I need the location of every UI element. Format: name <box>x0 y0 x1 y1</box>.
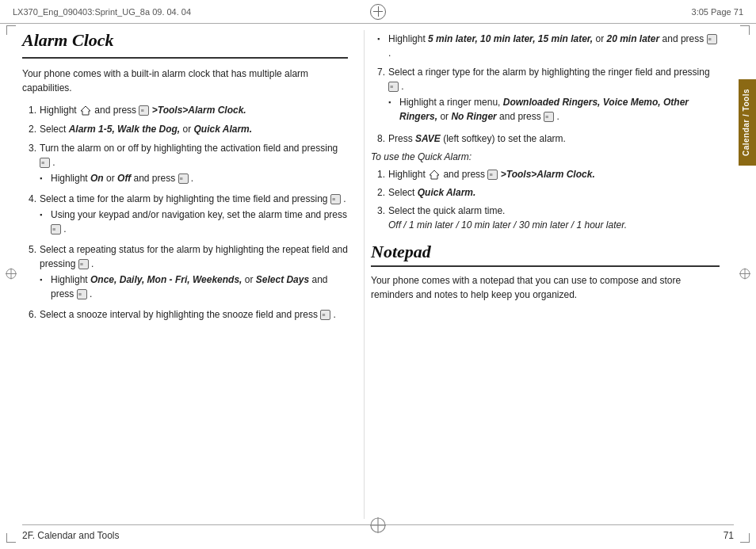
quick-alarm-steps: 1. Highlight and press >Tools>Alarm Cloc… <box>371 167 720 232</box>
notepad-text: Your phone comes with a notepad that you… <box>371 273 720 302</box>
step-5-bullet-content: Highlight Once, Daily, Mon - Fri, Weeken… <box>51 273 348 301</box>
qa-step-1-content: Highlight and press >Tools>Alarm Clock. <box>388 167 720 181</box>
menu-icon-1 <box>139 105 149 116</box>
step-1-num: 1. <box>22 103 36 117</box>
bottom-crosshair <box>369 517 387 536</box>
main-content: Alarm Clock Your phone comes with a buil… <box>22 30 734 519</box>
step-2: 2. Select Alarm 1-5, Walk the Dog, or Qu… <box>22 122 348 136</box>
left-cross-mark <box>5 267 17 282</box>
step-6-bullet: ▪ Highlight 5 min later, 10 min later, 1… <box>377 32 720 60</box>
qa-step-1-bold: >Tools>Alarm Clock. <box>501 169 595 180</box>
step-3-num: 3. <box>22 141 36 187</box>
menu-icon-qa1 <box>487 170 498 180</box>
step-2-num: 2. <box>22 122 36 136</box>
step-6-continuation: ▪ Highlight 5 min later, 10 min later, 1… <box>371 32 720 60</box>
header: LX370_Eng_090403:Sprint_UG_8a 09. 04. 04… <box>0 0 756 24</box>
step-7-bullet: ▪ Highlight a ringer menu, Downloaded Ri… <box>388 95 720 124</box>
home-icon-qa <box>429 170 440 180</box>
step-7-bullet-content: Highlight a ringer menu, Downloaded Ring… <box>399 95 720 124</box>
step-3-subbullets: ▪ Highlight On or Off and press . <box>40 171 348 185</box>
step-6-content: Select a snooze interval by highlighting… <box>40 307 348 322</box>
section-tab: Calendar / Tools <box>739 79 756 166</box>
step-1: 1. Highlight and press >Tools>Alarm Cloc… <box>22 103 348 117</box>
menu-icon-7 <box>388 82 399 92</box>
corner-mark-bl <box>6 533 16 543</box>
qa-step-2-content: Select Quick Alarm. <box>388 185 720 200</box>
footer-page: 71 <box>724 530 734 541</box>
qa-step-3-times: Off / 1 min later / 10 min later / 30 mi… <box>388 219 627 231</box>
step-2-bold2: Quick Alarm. <box>194 124 253 135</box>
once-text: Once, Daily, Mon - Fri, Weekends, <box>90 274 242 285</box>
step-3-bullet-content: Highlight On or Off and press . <box>51 171 348 185</box>
svg-marker-7 <box>430 170 439 179</box>
qa-step-2-bold: Quick Alarm. <box>418 187 476 198</box>
alarm-clock-intro: Your phone comes with a built-in alarm c… <box>22 67 348 95</box>
page: LX370_Eng_090403:Sprint_UG_8a 09. 04. 04… <box>0 0 756 549</box>
bullet-icon: ▪ <box>40 173 48 185</box>
step-4-num: 4. <box>22 192 36 238</box>
quick-alarm-header: To use the Quick Alarm: <box>371 150 720 164</box>
step-4-subbullets: ▪ Using your keypad and/or navigation ke… <box>40 208 348 236</box>
alarm-steps-list: 1. Highlight and press >Tools>Alarm Cloc… <box>22 103 348 322</box>
menu-icon-5b <box>77 289 87 299</box>
corner-mark-tr <box>740 25 750 35</box>
step-8-num: 8. <box>371 132 385 146</box>
bullet-icon-5: ▪ <box>40 275 48 301</box>
step-8: 8. Press SAVE (left softkey) to set the … <box>371 132 720 146</box>
min-options2: 20 min later <box>607 33 660 44</box>
step-6: 6. Select a snooze interval by highlight… <box>22 307 348 322</box>
qa-step-3-num: 3. <box>371 204 385 232</box>
qa-step-2-num: 2. <box>371 185 385 200</box>
notepad-divider <box>371 265 720 267</box>
on-text: On <box>90 173 104 184</box>
menu-icon-3 <box>40 158 50 168</box>
bullet-icon-6: ▪ <box>377 34 385 60</box>
step-3-content: Turn the alarm on or off by highlighting… <box>40 141 348 187</box>
step-7-content: Select a ringer type for the alarm by hi… <box>388 65 720 128</box>
qa-step-3: 3. Select the quick alarm time. Off / 1 … <box>371 204 720 232</box>
step-4-bullet-content: Using your keypad and/or navigation key,… <box>51 208 348 236</box>
step-4-content: Select a time for the alarm by highlight… <box>40 192 348 238</box>
home-icon-1 <box>80 105 91 116</box>
menu-icon-6 <box>320 310 330 320</box>
right-cross-mark <box>739 267 751 282</box>
step-5-subbullets: ▪ Highlight Once, Daily, Mon - Fri, Week… <box>40 273 348 301</box>
step-5-bullet: ▪ Highlight Once, Daily, Mon - Fri, Week… <box>40 273 348 301</box>
right-column: ▪ Highlight 5 min later, 10 min later, 1… <box>364 30 720 519</box>
off-text: Off <box>117 173 131 184</box>
selectdays-text: Select Days <box>256 274 309 285</box>
header-time: 3:05 Page 71 <box>386 7 743 17</box>
step-1-bold: >Tools>Alarm Clock. <box>152 105 246 116</box>
qa-step-3-content: Select the quick alarm time. Off / 1 min… <box>388 204 720 232</box>
save-label: SAVE <box>415 133 441 144</box>
bullet-icon-4: ▪ <box>40 210 48 236</box>
menu-icon-7b <box>544 112 554 122</box>
step-4-bullet: ▪ Using your keypad and/or navigation ke… <box>40 208 348 236</box>
corner-mark-br <box>740 533 750 543</box>
no-ringer: No Ringer <box>451 111 496 122</box>
menu-icon-3b <box>178 173 189 184</box>
step-2-bold: Alarm 1-5, Walk the Dog, <box>69 124 180 135</box>
step-5: 5. Select a repeating status for the ala… <box>22 242 348 303</box>
header-file-info: LX370_Eng_090403:Sprint_UG_8a 09. 04. 04 <box>13 7 370 17</box>
step-6-bullet-content: Highlight 5 min later, 10 min later, 15 … <box>388 32 720 60</box>
qa-step-2: 2. Select Quick Alarm. <box>371 185 720 200</box>
left-column: Alarm Clock Your phone comes with a buil… <box>22 30 364 519</box>
crosshair-icon <box>370 4 386 20</box>
bullet-icon-7: ▪ <box>388 97 396 124</box>
step-3-bullet: ▪ Highlight On or Off and press . <box>40 171 348 185</box>
header-center <box>370 4 386 20</box>
notepad-title: Notepad <box>371 242 720 262</box>
corner-mark-tl <box>6 25 16 35</box>
step-3: 3. Turn the alarm on or off by highlight… <box>22 141 348 187</box>
qa-step-1-num: 1. <box>371 167 385 181</box>
step-4: 4. Select a time for the alarm by highli… <box>22 192 348 238</box>
step-1-content: Highlight and press >Tools>Alarm Clock. <box>40 103 348 117</box>
title-divider <box>22 57 348 59</box>
alarm-clock-title: Alarm Clock <box>22 30 348 51</box>
step-2-content: Select Alarm 1-5, Walk the Dog, or Quick… <box>40 122 348 136</box>
step-8-content: Press SAVE (left softkey) to set the ala… <box>388 132 720 146</box>
right-steps-list: 7. Select a ringer type for the alarm by… <box>371 65 720 146</box>
step-7-subbullets: ▪ Highlight a ringer menu, Downloaded Ri… <box>388 95 720 124</box>
qa-step-1: 1. Highlight and press >Tools>Alarm Cloc… <box>371 167 720 181</box>
